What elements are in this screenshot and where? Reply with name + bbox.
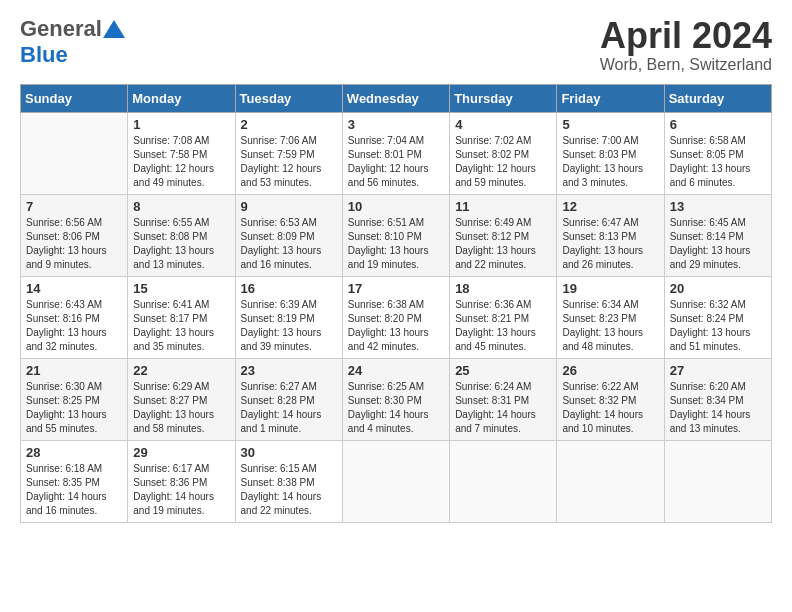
logo-blue: Blue bbox=[20, 42, 68, 67]
cell-info: Sunrise: 6:47 AMSunset: 8:13 PMDaylight:… bbox=[562, 216, 658, 272]
day-number: 3 bbox=[348, 117, 444, 132]
cell-info: Sunrise: 6:45 AMSunset: 8:14 PMDaylight:… bbox=[670, 216, 766, 272]
calendar-cell: 25Sunrise: 6:24 AMSunset: 8:31 PMDayligh… bbox=[450, 358, 557, 440]
calendar-week-3: 14Sunrise: 6:43 AMSunset: 8:16 PMDayligh… bbox=[21, 276, 772, 358]
day-number: 11 bbox=[455, 199, 551, 214]
day-number: 14 bbox=[26, 281, 122, 296]
calendar-cell bbox=[21, 112, 128, 194]
calendar-cell: 13Sunrise: 6:45 AMSunset: 8:14 PMDayligh… bbox=[664, 194, 771, 276]
calendar-cell: 6Sunrise: 6:58 AMSunset: 8:05 PMDaylight… bbox=[664, 112, 771, 194]
day-number: 2 bbox=[241, 117, 337, 132]
cell-info: Sunrise: 6:29 AMSunset: 8:27 PMDaylight:… bbox=[133, 380, 229, 436]
cell-info: Sunrise: 6:25 AMSunset: 8:30 PMDaylight:… bbox=[348, 380, 444, 436]
cell-info: Sunrise: 6:49 AMSunset: 8:12 PMDaylight:… bbox=[455, 216, 551, 272]
calendar-week-1: 1Sunrise: 7:08 AMSunset: 7:58 PMDaylight… bbox=[21, 112, 772, 194]
cell-info: Sunrise: 6:30 AMSunset: 8:25 PMDaylight:… bbox=[26, 380, 122, 436]
day-number: 7 bbox=[26, 199, 122, 214]
cell-info: Sunrise: 6:18 AMSunset: 8:35 PMDaylight:… bbox=[26, 462, 122, 518]
day-number: 27 bbox=[670, 363, 766, 378]
calendar-cell: 16Sunrise: 6:39 AMSunset: 8:19 PMDayligh… bbox=[235, 276, 342, 358]
day-number: 6 bbox=[670, 117, 766, 132]
calendar-cell: 1Sunrise: 7:08 AMSunset: 7:58 PMDaylight… bbox=[128, 112, 235, 194]
cell-info: Sunrise: 6:20 AMSunset: 8:34 PMDaylight:… bbox=[670, 380, 766, 436]
calendar-cell bbox=[342, 440, 449, 522]
cell-info: Sunrise: 6:56 AMSunset: 8:06 PMDaylight:… bbox=[26, 216, 122, 272]
calendar-cell: 18Sunrise: 6:36 AMSunset: 8:21 PMDayligh… bbox=[450, 276, 557, 358]
col-sunday: Sunday bbox=[21, 84, 128, 112]
calendar-cell bbox=[557, 440, 664, 522]
cell-info: Sunrise: 6:17 AMSunset: 8:36 PMDaylight:… bbox=[133, 462, 229, 518]
calendar-cell: 2Sunrise: 7:06 AMSunset: 7:59 PMDaylight… bbox=[235, 112, 342, 194]
calendar-cell: 10Sunrise: 6:51 AMSunset: 8:10 PMDayligh… bbox=[342, 194, 449, 276]
day-number: 10 bbox=[348, 199, 444, 214]
cell-info: Sunrise: 6:39 AMSunset: 8:19 PMDaylight:… bbox=[241, 298, 337, 354]
calendar-cell: 30Sunrise: 6:15 AMSunset: 8:38 PMDayligh… bbox=[235, 440, 342, 522]
calendar-cell bbox=[450, 440, 557, 522]
svg-marker-0 bbox=[103, 20, 125, 38]
day-number: 22 bbox=[133, 363, 229, 378]
day-number: 19 bbox=[562, 281, 658, 296]
cell-info: Sunrise: 6:38 AMSunset: 8:20 PMDaylight:… bbox=[348, 298, 444, 354]
calendar-cell: 11Sunrise: 6:49 AMSunset: 8:12 PMDayligh… bbox=[450, 194, 557, 276]
calendar-cell: 23Sunrise: 6:27 AMSunset: 8:28 PMDayligh… bbox=[235, 358, 342, 440]
day-number: 30 bbox=[241, 445, 337, 460]
calendar-cell: 21Sunrise: 6:30 AMSunset: 8:25 PMDayligh… bbox=[21, 358, 128, 440]
location: Worb, Bern, Switzerland bbox=[600, 56, 772, 74]
calendar-cell: 3Sunrise: 7:04 AMSunset: 8:01 PMDaylight… bbox=[342, 112, 449, 194]
cell-info: Sunrise: 7:04 AMSunset: 8:01 PMDaylight:… bbox=[348, 134, 444, 190]
calendar-cell: 9Sunrise: 6:53 AMSunset: 8:09 PMDaylight… bbox=[235, 194, 342, 276]
logo: General Blue bbox=[20, 16, 125, 68]
day-number: 24 bbox=[348, 363, 444, 378]
day-number: 12 bbox=[562, 199, 658, 214]
day-number: 15 bbox=[133, 281, 229, 296]
calendar-cell: 4Sunrise: 7:02 AMSunset: 8:02 PMDaylight… bbox=[450, 112, 557, 194]
day-number: 25 bbox=[455, 363, 551, 378]
day-number: 4 bbox=[455, 117, 551, 132]
calendar-cell: 28Sunrise: 6:18 AMSunset: 8:35 PMDayligh… bbox=[21, 440, 128, 522]
day-number: 1 bbox=[133, 117, 229, 132]
day-number: 28 bbox=[26, 445, 122, 460]
day-number: 17 bbox=[348, 281, 444, 296]
cell-info: Sunrise: 6:58 AMSunset: 8:05 PMDaylight:… bbox=[670, 134, 766, 190]
calendar-week-4: 21Sunrise: 6:30 AMSunset: 8:25 PMDayligh… bbox=[21, 358, 772, 440]
day-number: 21 bbox=[26, 363, 122, 378]
calendar-cell bbox=[664, 440, 771, 522]
cell-info: Sunrise: 6:27 AMSunset: 8:28 PMDaylight:… bbox=[241, 380, 337, 436]
cell-info: Sunrise: 6:41 AMSunset: 8:17 PMDaylight:… bbox=[133, 298, 229, 354]
calendar-cell: 19Sunrise: 6:34 AMSunset: 8:23 PMDayligh… bbox=[557, 276, 664, 358]
calendar-cell: 17Sunrise: 6:38 AMSunset: 8:20 PMDayligh… bbox=[342, 276, 449, 358]
cell-info: Sunrise: 6:34 AMSunset: 8:23 PMDaylight:… bbox=[562, 298, 658, 354]
day-number: 18 bbox=[455, 281, 551, 296]
calendar-cell: 8Sunrise: 6:55 AMSunset: 8:08 PMDaylight… bbox=[128, 194, 235, 276]
col-wednesday: Wednesday bbox=[342, 84, 449, 112]
cell-info: Sunrise: 6:55 AMSunset: 8:08 PMDaylight:… bbox=[133, 216, 229, 272]
header-row: Sunday Monday Tuesday Wednesday Thursday… bbox=[21, 84, 772, 112]
month-title: April 2024 bbox=[600, 16, 772, 56]
calendar-cell: 24Sunrise: 6:25 AMSunset: 8:30 PMDayligh… bbox=[342, 358, 449, 440]
cell-info: Sunrise: 7:08 AMSunset: 7:58 PMDaylight:… bbox=[133, 134, 229, 190]
day-number: 26 bbox=[562, 363, 658, 378]
col-monday: Monday bbox=[128, 84, 235, 112]
logo-general: General bbox=[20, 16, 102, 42]
cell-info: Sunrise: 6:32 AMSunset: 8:24 PMDaylight:… bbox=[670, 298, 766, 354]
logo-icon bbox=[103, 20, 125, 38]
day-number: 8 bbox=[133, 199, 229, 214]
col-thursday: Thursday bbox=[450, 84, 557, 112]
cell-info: Sunrise: 6:53 AMSunset: 8:09 PMDaylight:… bbox=[241, 216, 337, 272]
calendar-cell: 7Sunrise: 6:56 AMSunset: 8:06 PMDaylight… bbox=[21, 194, 128, 276]
cell-info: Sunrise: 6:15 AMSunset: 8:38 PMDaylight:… bbox=[241, 462, 337, 518]
calendar-table: Sunday Monday Tuesday Wednesday Thursday… bbox=[20, 84, 772, 523]
calendar-cell: 5Sunrise: 7:00 AMSunset: 8:03 PMDaylight… bbox=[557, 112, 664, 194]
cell-info: Sunrise: 7:00 AMSunset: 8:03 PMDaylight:… bbox=[562, 134, 658, 190]
col-friday: Friday bbox=[557, 84, 664, 112]
title-block: April 2024 Worb, Bern, Switzerland bbox=[600, 16, 772, 74]
calendar-cell: 26Sunrise: 6:22 AMSunset: 8:32 PMDayligh… bbox=[557, 358, 664, 440]
calendar-cell: 29Sunrise: 6:17 AMSunset: 8:36 PMDayligh… bbox=[128, 440, 235, 522]
cell-info: Sunrise: 6:51 AMSunset: 8:10 PMDaylight:… bbox=[348, 216, 444, 272]
calendar-cell: 14Sunrise: 6:43 AMSunset: 8:16 PMDayligh… bbox=[21, 276, 128, 358]
calendar-week-5: 28Sunrise: 6:18 AMSunset: 8:35 PMDayligh… bbox=[21, 440, 772, 522]
day-number: 16 bbox=[241, 281, 337, 296]
calendar-cell: 22Sunrise: 6:29 AMSunset: 8:27 PMDayligh… bbox=[128, 358, 235, 440]
col-tuesday: Tuesday bbox=[235, 84, 342, 112]
col-saturday: Saturday bbox=[664, 84, 771, 112]
